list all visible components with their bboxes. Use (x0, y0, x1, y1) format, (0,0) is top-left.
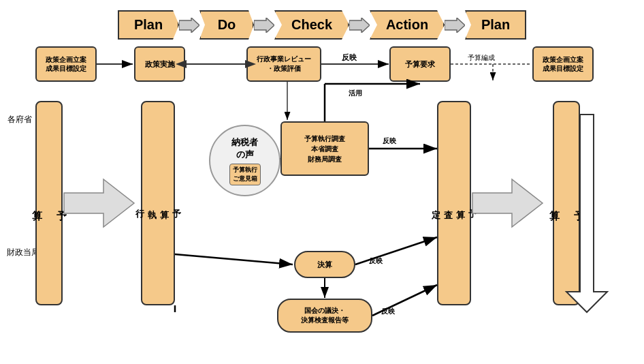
main-area: 各府省 財政当局 政策企画立案成果目標設定 政策実施 行政事業レビュー・政策評価… (7, 46, 637, 333)
svg-text:反映: 反映 (381, 307, 396, 315)
svg-marker-2 (349, 18, 370, 33)
pdca-check: Check (274, 10, 349, 40)
left-labels: 各府省 財政当局 (7, 46, 35, 333)
box-yosan-left: 予算 (35, 101, 63, 305)
pdca-plan-2: Plan (465, 10, 526, 40)
box-kessan: 決算 (294, 251, 355, 278)
pdca-top-row: Plan Do Check Action Plan (7, 10, 637, 40)
svg-text:反映: 反映 (382, 137, 397, 145)
svg-marker-3 (445, 18, 465, 33)
box-kokkai: 国会の議決・決算検査報告等 (277, 299, 372, 333)
svg-line-31 (372, 285, 437, 316)
pdca-do: Do (199, 10, 254, 40)
label-kakufusho: 各府省 (7, 114, 33, 125)
svg-text:反映: 反映 (341, 53, 357, 61)
pdca-plan-1: Plan (118, 10, 179, 40)
box-nozei-voice: 納税者の声 予算執行ご意見箱 (209, 125, 280, 196)
box-yosan-shikko: 予算執行 (141, 101, 175, 305)
arrows-svg: 反映 予算編成 活用 反映 (35, 46, 637, 333)
svg-text:予算編成: 予算編成 (468, 54, 495, 61)
box-yosan-satei: 予算査定 (437, 101, 471, 305)
svg-text:活用: 活用 (349, 89, 362, 97)
box-plan-top-right: 政策企画立案成果目標設定 (532, 46, 594, 82)
svg-marker-0 (179, 18, 199, 33)
diagram-container: Plan Do Check Action Plan 各府省 財政当局 政策 (0, 0, 644, 364)
box-gyosei-review: 行政事業レビュー・政策評価 (246, 46, 321, 82)
svg-marker-17 (472, 179, 543, 227)
box-yosan-yosei: 予算要求 (389, 46, 451, 82)
box-yosan-right: 予算 (553, 101, 580, 305)
content-area: 政策企画立案成果目標設定 政策実施 行政事業レビュー・政策評価 予算要求 政策企… (35, 46, 637, 333)
svg-line-28 (355, 237, 437, 264)
svg-marker-16 (64, 179, 134, 227)
svg-marker-1 (254, 18, 274, 33)
svg-line-27 (175, 254, 293, 264)
box-yosan-shikko-chosa: 予算執行調査本省調査財務局調査 (280, 121, 369, 176)
box-plan-top-left: 政策企画立案成果目標設定 (35, 46, 97, 82)
svg-text:反映: 反映 (368, 257, 383, 264)
pdca-action: Action (370, 10, 445, 40)
box-seisaku-jisshi: 政策実施 (134, 46, 185, 82)
label-zaiseitokyoku: 財政当局 (7, 247, 33, 258)
